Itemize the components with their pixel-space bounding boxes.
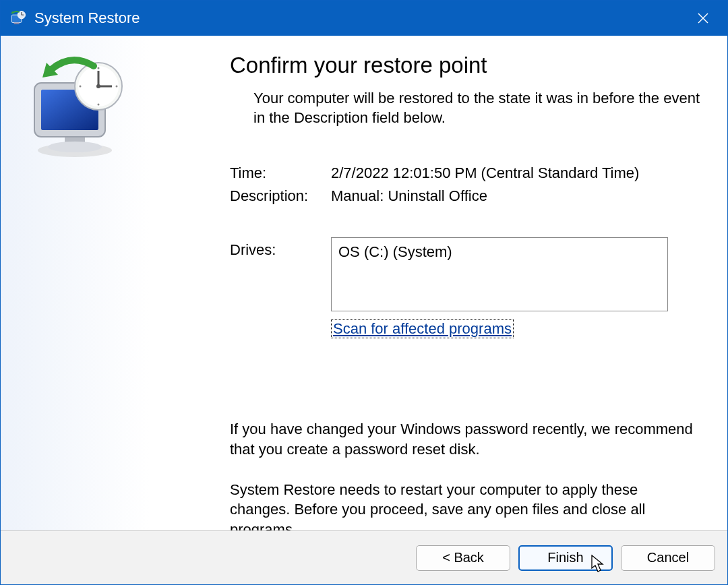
description-value: Manual: Uninstall Office bbox=[331, 187, 487, 205]
drives-listbox[interactable]: OS (C:) (System) bbox=[331, 237, 668, 311]
finish-button[interactable]: Finish bbox=[518, 545, 613, 571]
scan-affected-programs-link[interactable]: Scan for affected programs bbox=[331, 319, 514, 338]
time-value: 2/7/2022 12:01:50 PM (Central Standard T… bbox=[331, 164, 639, 182]
system-restore-icon bbox=[9, 9, 28, 28]
restart-note: System Restore needs to restart your com… bbox=[230, 480, 700, 530]
drive-entry: OS (C:) (System) bbox=[338, 243, 452, 260]
back-button[interactable]: < Back bbox=[416, 545, 510, 571]
close-button[interactable] bbox=[687, 2, 719, 34]
svg-point-22 bbox=[116, 86, 118, 88]
svg-rect-1 bbox=[14, 23, 20, 24]
svg-point-21 bbox=[80, 86, 82, 88]
svg-point-18 bbox=[96, 84, 100, 88]
drives-row: Drives: OS (C:) (System) bbox=[230, 237, 700, 311]
time-label: Time: bbox=[230, 164, 331, 182]
sidebar bbox=[1, 36, 149, 530]
system-restore-window: System Restore bbox=[0, 0, 728, 585]
svg-point-10 bbox=[48, 142, 102, 152]
heading-description: Your computer will be restored to the st… bbox=[253, 89, 700, 127]
drives-label: Drives: bbox=[230, 237, 331, 311]
password-note: If you have changed your Windows passwor… bbox=[230, 419, 700, 459]
svg-point-19 bbox=[98, 67, 100, 69]
page-heading: Confirm your restore point bbox=[230, 53, 700, 78]
system-restore-large-icon bbox=[21, 56, 129, 164]
window-title: System Restore bbox=[34, 9, 687, 27]
description-row: Description: Manual: Uninstall Office bbox=[230, 187, 700, 205]
title-bar: System Restore bbox=[1, 1, 727, 36]
content-area: Confirm your restore point Your computer… bbox=[149, 36, 727, 530]
button-footer: < Back Finish Cancel bbox=[1, 530, 727, 584]
dialog-body: Confirm your restore point Your computer… bbox=[1, 36, 727, 530]
time-row: Time: 2/7/2022 12:01:50 PM (Central Stan… bbox=[230, 164, 700, 182]
cancel-button[interactable]: Cancel bbox=[621, 545, 715, 571]
description-label: Description: bbox=[230, 187, 331, 205]
svg-point-20 bbox=[98, 104, 100, 106]
